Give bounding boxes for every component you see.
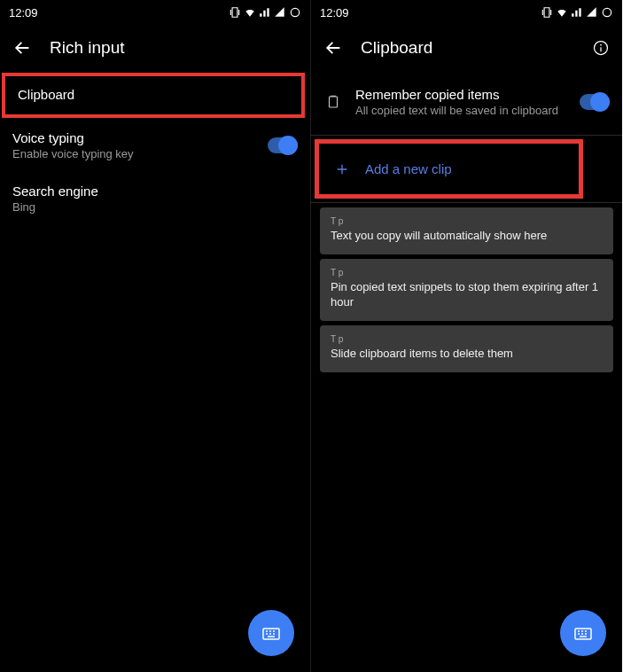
setting-voice-typing[interactable]: Voice typing Enable voice typing key: [0, 120, 310, 173]
add-clip-button[interactable]: Add a new clip: [319, 144, 579, 194]
tip-label: T p: [331, 216, 603, 226]
circle-icon: [601, 6, 613, 19]
remember-toggle[interactable]: [580, 94, 610, 110]
highlight-add-clip: Add a new clip: [315, 139, 583, 199]
tip-text: Text you copy will automatically show he…: [331, 229, 603, 244]
add-clip-label: Add a new clip: [365, 161, 452, 176]
info-icon[interactable]: [592, 39, 610, 57]
keyboard-icon: [572, 622, 594, 644]
row-title: Clipboard: [18, 87, 289, 102]
tip-card[interactable]: T p Pin copied text snippets to stop the…: [320, 259, 613, 321]
keyboard-fab[interactable]: [560, 610, 606, 656]
status-bar: 12:09: [311, 0, 622, 25]
tip-card[interactable]: T p Text you copy will automatically sho…: [320, 207, 613, 254]
tip-text: Pin copied text snippets to stop them ex…: [331, 280, 603, 310]
status-icons: [229, 6, 301, 19]
status-time: 12:09: [9, 6, 38, 20]
row-title: Remember copied items: [355, 87, 567, 102]
signal-icon: [259, 6, 271, 19]
divider: [311, 135, 622, 136]
setting-clipboard[interactable]: Clipboard: [5, 76, 301, 114]
divider: [311, 202, 622, 203]
back-icon[interactable]: [12, 38, 32, 58]
plus-icon: [335, 162, 349, 176]
signal-icon: [571, 6, 583, 19]
keyboard-fab[interactable]: [248, 610, 294, 656]
wifi-icon: [244, 6, 256, 19]
row-title: Search engine: [12, 184, 298, 199]
setting-remember-items[interactable]: Remember copied items All copied text wi…: [311, 76, 622, 131]
row-sub: Enable voice typing key: [12, 147, 255, 160]
circle-icon: [289, 6, 301, 19]
phone-richinput: 12:09 Rich input Clipboard Voice typing …: [0, 0, 311, 672]
keyboard-icon: [261, 622, 282, 644]
highlight-clipboard: Clipboard: [2, 73, 305, 118]
back-icon[interactable]: [323, 38, 343, 58]
row-title: Voice typing: [12, 130, 255, 145]
tip-card[interactable]: T p Slide clipboard items to delete them: [320, 325, 613, 372]
status-icons: [541, 6, 613, 19]
vibrate-icon: [541, 6, 553, 19]
svg-rect-5: [330, 97, 338, 107]
tip-label: T p: [331, 334, 603, 344]
tip-text: Slide clipboard items to delete them: [331, 347, 603, 362]
svg-point-4: [600, 44, 602, 46]
svg-point-0: [291, 8, 299, 16]
status-time: 12:09: [320, 6, 349, 20]
tip-label: T p: [331, 268, 603, 277]
wifi-icon: [556, 6, 568, 19]
clipboard-content: Remember copied items All copied text wi…: [311, 76, 622, 372]
signal2-icon: [586, 6, 598, 19]
page-title: Rich input: [50, 38, 125, 58]
app-header: Rich input: [0, 25, 310, 71]
app-header: Clipboard: [311, 25, 622, 71]
page-title: Clipboard: [361, 38, 432, 58]
vibrate-icon: [229, 6, 241, 19]
status-bar: 12:09: [0, 0, 310, 25]
settings-list: Clipboard Voice typing Enable voice typi…: [0, 73, 310, 226]
clipboard-icon: [323, 92, 343, 112]
signal2-icon: [274, 6, 286, 19]
phone-clipboard: 12:09 Clipboard Remember copied items Al…: [311, 0, 622, 672]
svg-point-2: [603, 8, 611, 16]
setting-search-engine[interactable]: Search engine Bing: [0, 173, 310, 226]
row-sub: Bing: [12, 200, 298, 214]
row-sub: All copied text will be saved in clipboa…: [355, 104, 567, 117]
voice-typing-toggle[interactable]: [268, 137, 298, 153]
